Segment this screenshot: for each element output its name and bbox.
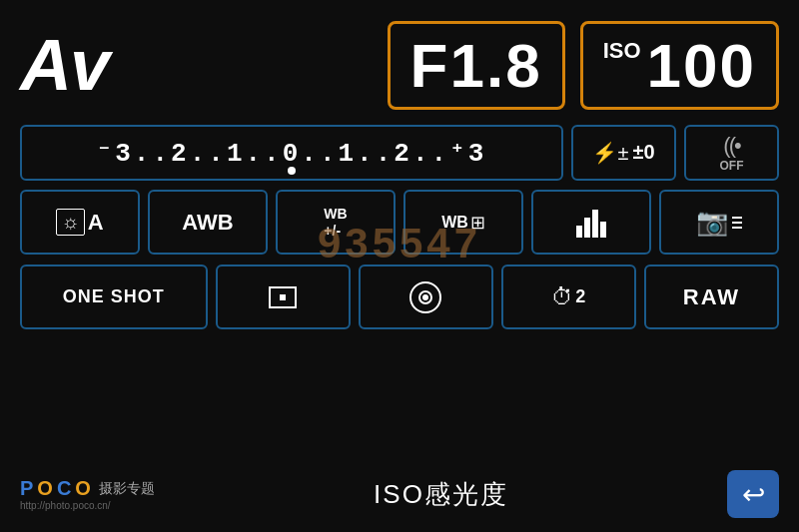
brand-subtitle: 摄影专题: [99, 480, 155, 498]
exposure-scale: ⁻3..2..1..0..1..2..⁺3: [97, 137, 487, 169]
drive-box[interactable]: ⏱ 2: [501, 265, 636, 329]
scene-mode-label: A: [88, 210, 104, 236]
top-row: Av F1.8 ISO 100: [15, 10, 784, 120]
lens-correction-icon: 📷: [696, 207, 742, 238]
metering-box[interactable]: [216, 265, 351, 329]
wb-shift-content: WB ⊞: [441, 212, 485, 234]
settings-row2: ONE SHOT ⏱ 2 RAW: [15, 260, 784, 334]
brand-logo: P O C O 摄影专题: [20, 477, 155, 500]
focus-mode-label: ONE SHOT: [63, 286, 165, 307]
bottom-label-container: ISO感光度: [155, 477, 727, 512]
wb-shift-icon: ⊞: [470, 212, 485, 234]
brand-o2: O: [75, 477, 91, 500]
exposure-row: ⁻3..2..1..0..1..2..⁺3 ⚡± ±0 ((• OFF: [15, 120, 784, 185]
camera-symbol: 📷: [696, 207, 728, 238]
back-button[interactable]: ↩: [727, 470, 779, 518]
wb-label: AWB: [182, 210, 233, 236]
scene-mode-content: ☼ A: [56, 209, 103, 236]
focus-mode-box[interactable]: ONE SHOT: [20, 265, 208, 329]
wb-shift-box[interactable]: WB ⊞: [403, 190, 523, 255]
iso-box[interactable]: ISO 100: [580, 21, 779, 110]
exposure-marker: [288, 167, 296, 175]
wb-box[interactable]: AWB: [148, 190, 268, 255]
aperture-box[interactable]: F1.8: [388, 21, 565, 110]
exposure-scale-box[interactable]: ⁻3..2..1..0..1..2..⁺3: [20, 125, 563, 181]
quality-box[interactable]: RAW: [644, 265, 779, 329]
picture-style-icon: [576, 208, 606, 238]
iso-prefix: ISO: [603, 38, 641, 64]
flash-comp-value: ±0: [632, 141, 654, 164]
brand-url: http://photo.poco.cn/: [20, 500, 155, 511]
shooting-mode: Av: [20, 24, 108, 106]
correction-lines: [732, 217, 742, 229]
wifi-box[interactable]: ((• OFF: [684, 125, 779, 181]
wb-adj-label: WB+/-: [324, 206, 347, 240]
iso-value: 100: [647, 30, 756, 101]
settings-row1: ☼ A AWB WB+/- WB ⊞: [15, 185, 784, 260]
brand-o1: O: [37, 477, 53, 500]
wb-adj-box[interactable]: WB+/-: [276, 190, 396, 255]
drive-content: ⏱ 2: [551, 284, 585, 310]
wifi-icon: ((•: [723, 133, 739, 159]
bottom-bar: P O C O 摄影专题 http://photo.poco.cn/ ISO感光…: [15, 462, 784, 522]
flash-icon: ⚡±: [592, 141, 628, 165]
wifi-status: OFF: [720, 159, 744, 173]
brand-watermark: P O C O 摄影专题 http://photo.poco.cn/: [20, 477, 155, 511]
drive-label: 2: [575, 286, 585, 307]
drive-icon: ⏱: [551, 284, 573, 310]
brand-c: C: [57, 477, 71, 500]
brand-p: P: [20, 477, 33, 500]
iso-bottom-label: ISO感光度: [374, 477, 508, 512]
back-arrow-icon: ↩: [742, 478, 765, 511]
quality-label: RAW: [683, 284, 740, 310]
live-view-box[interactable]: [359, 265, 493, 329]
picture-style-box[interactable]: [531, 190, 651, 255]
metering-icon: [269, 286, 297, 308]
live-view-icon: [409, 281, 441, 313]
flash-comp-box[interactable]: ⚡± ±0: [571, 125, 676, 181]
aperture-value: F1.8: [410, 30, 542, 101]
scene-mode-box[interactable]: ☼ A: [20, 190, 140, 255]
scene-mode-icon: ☼: [56, 209, 84, 236]
wb-shift-label: WB: [441, 214, 468, 232]
camera-screen: 935547 Av F1.8 ISO 100 ⁻3..2..1..0..1..2…: [0, 0, 799, 532]
lens-correction-box[interactable]: 📷: [659, 190, 779, 255]
